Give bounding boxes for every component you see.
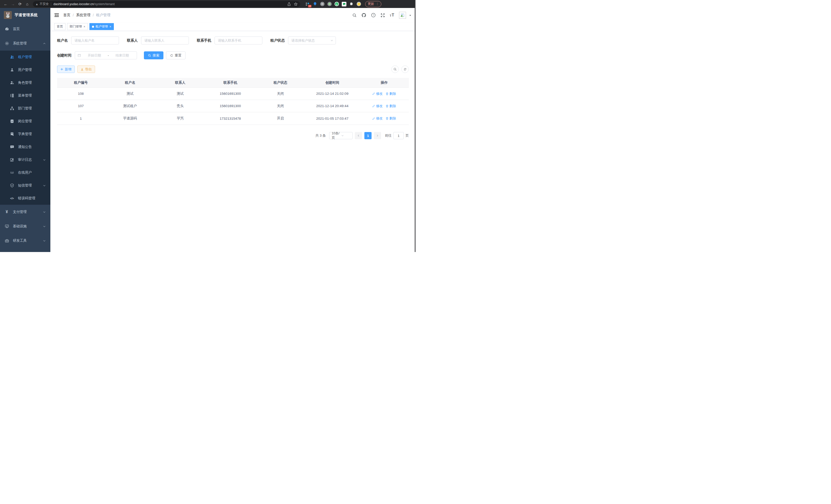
sidebar-item-pay[interactable]: ¥ 支付管理 [0,205,50,219]
help-icon[interactable]: ? [371,13,376,18]
chevron-up-icon [43,42,46,45]
page-header: 首页 / 系统管理 / 租户管理 ? T [50,8,416,22]
dict-book-icon [10,132,14,136]
post-badge-icon [10,119,14,123]
sidebar-item-system[interactable]: 系统管理 [0,36,50,51]
sidebar-item-devtools[interactable]: 研发工具 [0,234,50,248]
extension-recorder-icon[interactable] [327,2,332,6]
edit-link[interactable]: 修改 [372,91,382,96]
sidebar-item-post[interactable]: 岗位管理 [0,115,50,128]
reload-icon[interactable]: ⟳ [17,1,23,7]
create-time-range-picker[interactable]: 开始日期 - 结束日期 [75,51,137,59]
extension-tasks-icon[interactable]: 10 [305,2,310,6]
pagination: 共 3 条 10条/页 1 前往 页 [57,132,409,139]
toggle-search-button[interactable] [391,65,399,73]
sidebar-item-notice[interactable]: 通知公告 [0,141,50,153]
sidebar-item-user[interactable]: 用户管理 [0,63,50,76]
status-label: 租户状态 [270,38,285,43]
sidebar-item-error-code[interactable]: </> 错误码管理 [0,192,50,205]
app-logo-row[interactable]: 🐰 芋道管理系统 [0,8,50,22]
sidebar-item-role[interactable]: 角色管理 [0,76,50,89]
extensions-puzzle-icon[interactable] [349,2,354,6]
url-host: dashboard.yudao.iocoder.cn [53,2,94,6]
delete-link[interactable]: 删除 [386,116,396,121]
edit-link[interactable]: 修改 [372,116,382,121]
delete-link[interactable]: 删除 [386,91,396,96]
fullscreen-icon[interactable] [380,13,385,18]
pagination-total: 共 3 条 [316,133,326,138]
tab-close-icon[interactable]: × [84,25,85,29]
chrome-update-button[interactable]: 更新 ⋮ [365,1,381,7]
breadcrumb-section[interactable]: 系统管理 [76,13,90,18]
chevron-down-icon [43,225,46,228]
refresh-button[interactable] [401,65,409,73]
profile-avatar-icon[interactable] [357,2,361,6]
sidebar-item-label: 在线用户 [18,170,32,175]
address-bar[interactable]: ▲ 不安全 dashboard.yudao.iocoder.cn /system… [33,1,300,7]
tab-close-icon[interactable]: × [110,25,111,29]
tags-view-bar: 首页 部门管理 × 租户管理 × [50,22,416,31]
page-number-current[interactable]: 1 [364,132,372,139]
security-label[interactable]: 不安全 [39,2,49,6]
col-header-status: 租户状态 [256,80,305,85]
contact-input[interactable] [141,36,189,45]
status-select[interactable]: 请选择租户状态 [288,36,336,45]
header-search-icon[interactable] [352,13,357,18]
user-avatar-broken-image[interactable] [399,12,406,19]
extension-command-icon[interactable]: ⌘ [320,2,324,6]
share-icon[interactable] [287,2,291,6]
export-button[interactable]: 导出 [77,65,95,73]
sidebar-item-dept[interactable]: 部门管理 [0,102,50,115]
search-button-label: 搜索 [153,53,159,58]
sidebar-item-infra[interactable]: 基础设施 [0,219,50,234]
avatar-dropdown-caret-icon[interactable] [409,14,412,17]
reset-button[interactable]: 重置 [166,51,185,59]
next-page-button[interactable] [374,132,381,139]
chevron-down-icon [43,239,46,242]
add-button[interactable]: 新增 [57,65,75,73]
toolbox-icon [5,239,9,243]
log-edit-icon [10,158,14,162]
code-icon: </> [10,197,14,200]
back-icon[interactable]: ← [3,1,9,7]
extension-balloon-icon[interactable] [313,2,317,6]
col-header-created: 创建时间 [305,80,360,85]
bookmark-star-icon[interactable] [294,2,297,6]
search-button[interactable]: 搜索 [144,51,164,59]
tab-tenant[interactable]: 租户管理 × [89,23,114,30]
sidebar-item-tenant[interactable]: 租户管理 [0,51,50,63]
app-title: 芋道管理系统 [15,12,38,18]
sidebar-item-online-users[interactable]: 在线用户 [0,166,50,179]
mobile-input[interactable] [214,36,262,45]
cell-contact: 芋艿 [155,116,205,121]
role-users-icon [10,81,14,85]
sidebar-item-menu[interactable]: 菜单管理 [0,89,50,102]
sidebar-item-sms[interactable]: 短信管理 [0,179,50,192]
extensions-area: 10 ⌘ y [305,2,361,6]
chevron-down-icon [43,184,46,187]
sidebar-item-home[interactable]: 首页 [0,22,50,36]
page-size-select[interactable]: 10条/页 [329,132,352,139]
delete-link[interactable]: 删除 [386,104,396,109]
home-icon[interactable]: ⌂ [24,1,30,7]
cell-status: 关闭 [256,104,305,109]
font-size-icon[interactable]: TT [390,13,394,17]
tab-dept[interactable]: 部门管理 × [67,23,88,30]
cell-mobile: 15601691300 [205,92,256,95]
extension-yudao-icon[interactable]: y [335,2,339,6]
prev-page-button[interactable] [355,132,362,139]
tenant-name-input[interactable] [71,36,119,45]
sidebar-item-audit-log[interactable]: 审计日志 [0,153,50,166]
goto-page-input[interactable] [393,132,404,139]
extension-chat-icon[interactable] [342,2,346,6]
breadcrumb-home[interactable]: 首页 [63,13,70,18]
edit-link[interactable]: 修改 [372,104,382,109]
sidebar-collapse-icon[interactable] [54,13,59,17]
github-icon[interactable] [362,13,366,18]
sidebar-item-dict[interactable]: 字典管理 [0,128,50,141]
tab-home[interactable]: 首页 [54,23,65,30]
tenant-page-content: 租户名 联系人 联系手机 租户状态 请选择租户状态 [50,31,416,252]
forward-icon[interactable]: → [10,1,16,7]
chrome-menu-icon[interactable]: ⋮ [376,2,379,6]
menu-tree-icon [10,93,14,98]
